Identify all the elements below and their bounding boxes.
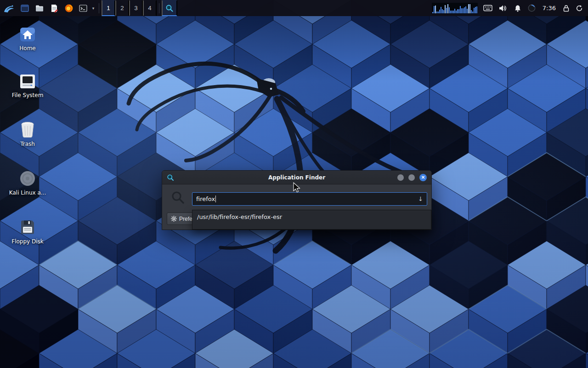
taskbar-app-finder-button[interactable] — [162, 0, 177, 16]
workspace-switcher: 1 2 3 4 — [102, 0, 157, 16]
kali-logo-icon — [3, 3, 15, 14]
kali-docs-icon — [19, 170, 36, 187]
desktop-icon-label: Trash — [6, 141, 50, 148]
terminal-icon — [79, 4, 88, 13]
firefox-launcher-button[interactable] — [62, 0, 76, 16]
desktop-icon-label: Floppy Disk — [6, 238, 50, 245]
lock-screen-button[interactable] — [562, 0, 570, 16]
session-restart-icon — [576, 5, 583, 12]
minimize-button[interactable] — [397, 174, 404, 181]
firefox-icon — [64, 4, 74, 13]
document-icon — [50, 4, 59, 13]
search-input-value: firefox — [196, 196, 215, 202]
terminal-menu-chevron[interactable]: ▾ — [90, 0, 96, 16]
maximize-button[interactable] — [408, 174, 415, 181]
close-button[interactable]: ✕ — [419, 174, 427, 181]
home-icon — [19, 27, 36, 42]
window-titlebar[interactable]: Application Finder ✕ — [162, 171, 431, 184]
panel-separator — [99, 3, 99, 13]
workspace-1[interactable]: 1 — [102, 0, 115, 16]
application-finder-window: Application Finder ✕ firefox ↓ — [162, 170, 432, 230]
desktop-icon-label: Kali Linux a... — [6, 190, 50, 196]
volume-button[interactable] — [498, 0, 508, 16]
workspace-3[interactable]: 3 — [129, 0, 143, 16]
desktop-icon-kali-linux[interactable]: Kali Linux a... — [6, 170, 50, 196]
desktop-icon-file-system[interactable]: File System — [6, 74, 50, 99]
desktop-icon-trash[interactable]: Trash — [6, 121, 50, 148]
completion-item[interactable]: /usr/lib/firefox-esr/firefox-esr — [192, 210, 431, 224]
session-menu-button[interactable] — [575, 0, 583, 16]
terminal-launcher-button[interactable] — [76, 0, 90, 16]
top-panel: ▾ 1 2 3 4 — [0, 0, 588, 16]
completion-dropdown: /usr/lib/firefox-esr/firefox-esr — [192, 210, 431, 230]
entry-dropdown-arrow-icon[interactable]: ↓ — [418, 196, 423, 202]
desktop-icon-label: File System — [6, 92, 50, 99]
window-launcher-button[interactable] — [17, 0, 32, 16]
gear-icon — [171, 216, 177, 222]
workspace-4[interactable]: 4 — [143, 0, 157, 16]
status-circle-button[interactable] — [527, 0, 537, 16]
window-icon — [20, 4, 29, 13]
keyboard-icon — [483, 5, 492, 12]
floppy-disk-icon — [19, 219, 36, 236]
panel-separator — [159, 3, 159, 13]
file-system-icon — [19, 74, 36, 89]
text-caret — [215, 196, 216, 202]
system-tray: 7:36 — [432, 0, 588, 16]
desktop-icon-label: Home — [6, 45, 50, 52]
desktop-icon-home[interactable]: Home — [6, 27, 50, 52]
window-title: Application Finder — [162, 174, 431, 181]
desktop-icon-floppy-disk[interactable]: Floppy Disk — [6, 219, 50, 245]
keyboard-indicator-button[interactable] — [483, 0, 493, 16]
kali-menu-button[interactable] — [0, 0, 17, 16]
workspace-2[interactable]: 2 — [115, 0, 129, 16]
app-finder-body: firefox ↓ Preferences /usr/lib/firefox-e… — [162, 184, 431, 230]
search-icon — [171, 190, 185, 206]
lock-icon — [563, 5, 570, 12]
cpu-graph-icon[interactable] — [432, 3, 478, 14]
file-manager-launcher-button[interactable] — [32, 0, 47, 16]
status-circle-icon — [528, 4, 536, 12]
text-editor-launcher-button[interactable] — [47, 0, 62, 16]
clock[interactable]: 7:36 — [542, 5, 557, 12]
bell-icon — [514, 5, 521, 12]
trash-icon — [20, 121, 35, 138]
search-input[interactable]: firefox ↓ — [192, 192, 427, 206]
notifications-button[interactable] — [513, 0, 522, 16]
folder-icon — [35, 4, 44, 13]
volume-icon — [499, 5, 507, 12]
app-finder-task-icon — [165, 4, 174, 12]
